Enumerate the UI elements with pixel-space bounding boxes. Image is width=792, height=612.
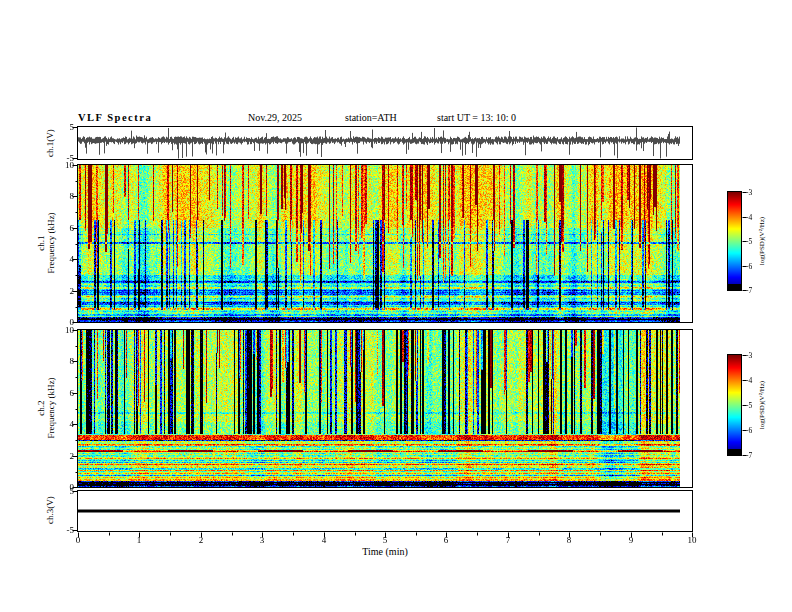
ch1-wave-tick-label: 5 xyxy=(70,122,75,132)
ch2-spec-tick-label: 4 xyxy=(70,419,75,429)
colorbar-1-canvas xyxy=(728,192,741,290)
time-tick-label: 0 xyxy=(76,535,81,545)
colorbar-1-tick-label: -6 xyxy=(746,262,752,271)
colorbar-1 xyxy=(727,191,742,291)
time-tick-label: 7 xyxy=(506,535,511,545)
ch2-spec-ylabel: ch.2 Frequency (kHz) xyxy=(36,377,56,438)
ch1-wave-ylabel: ch.1(V) xyxy=(45,129,55,157)
ch2-spec-tick-label: 2 xyxy=(70,451,75,461)
ch3-tick-label: 5 xyxy=(70,486,75,496)
ch3-ylabel: ch.3(V) xyxy=(45,496,55,524)
colorbar-2-tick-label: -6 xyxy=(746,426,752,435)
colorbar-2 xyxy=(727,354,742,456)
ch2-spectrogram-panel xyxy=(77,329,693,488)
colorbar-2-tick-label: -3 xyxy=(746,351,752,360)
colorbar-1-tick-label: -4 xyxy=(746,213,752,222)
start-ut-label: start UT = 13: 10: 0 xyxy=(437,112,516,123)
colorbar-2-canvas xyxy=(728,355,741,455)
ch1-spec-tick-label: 2 xyxy=(70,286,75,296)
ch1-wave-ylabel-text: ch.1(V) xyxy=(45,129,55,157)
colorbar-1-tick-label: -7 xyxy=(746,286,752,295)
ch1-spec-tick-label: 10 xyxy=(65,160,74,170)
colorbar-2-tick-label: -7 xyxy=(746,451,752,460)
figure-date: Nov.29, 2025 xyxy=(248,112,302,123)
ch1-spec-ylabel-line1: ch.1 xyxy=(36,212,46,273)
time-tick-label: 5 xyxy=(383,535,388,545)
time-tick-label: 8 xyxy=(567,535,572,545)
colorbar-1-label-text: log(PSD)(V²/Hz) xyxy=(757,217,767,265)
time-tick-label: 3 xyxy=(260,535,265,545)
colorbar-1-label: log(PSD)(V²/Hz) xyxy=(757,217,767,265)
time-tick-label: 6 xyxy=(444,535,449,545)
colorbar-1-tick-label: -3 xyxy=(746,188,752,197)
colorbar-2-tick-label: -4 xyxy=(746,376,752,385)
ch1-spec-tick-label: 4 xyxy=(70,254,75,264)
ch3-ylabel-text: ch.3(V) xyxy=(45,496,55,524)
ch1-spec-ylabel-line2: Frequency (kHz) xyxy=(46,212,56,273)
time-tick-label: 2 xyxy=(199,535,204,545)
vlf-spectra-figure: VLF Spectra Nov.29, 2025 station=ATH sta… xyxy=(0,0,792,612)
colorbar-2-tick-label: -5 xyxy=(746,401,752,410)
colorbar-2-label-text: log(PSD)(V²/Hz) xyxy=(757,381,767,429)
ch2-spec-tick-label: 8 xyxy=(70,356,75,366)
ch2-spectrogram-canvas xyxy=(78,330,692,487)
ch2-spec-ylabel-line1: ch.2 xyxy=(36,377,46,438)
figure-title: VLF Spectra xyxy=(78,112,152,123)
time-axis-label: Time (min) xyxy=(362,546,407,557)
ch1-spec-ylabel: ch.1 Frequency (kHz) xyxy=(36,212,56,273)
time-tick-label: 10 xyxy=(688,535,697,545)
colorbar-2-label: log(PSD)(V²/Hz) xyxy=(757,381,767,429)
ch1-waveform-panel xyxy=(77,126,693,160)
time-tick-label: 9 xyxy=(629,535,634,545)
station-label: station=ATH xyxy=(345,112,397,123)
ch3-tick-label: -5 xyxy=(67,525,75,535)
time-tick-label: 4 xyxy=(322,535,327,545)
ch1-spec-tick-label: 6 xyxy=(70,223,75,233)
ch3-waveform-canvas xyxy=(78,491,692,531)
ch1-waveform-canvas xyxy=(78,127,692,159)
time-tick-label: 1 xyxy=(137,535,142,545)
ch1-spec-tick-label: 8 xyxy=(70,191,75,201)
ch2-spec-tick-label: 10 xyxy=(65,325,74,335)
ch2-spec-tick-label: 6 xyxy=(70,388,75,398)
ch3-waveform-panel xyxy=(77,490,693,532)
ch1-spectrogram-canvas xyxy=(78,165,692,322)
ch1-spectrogram-panel xyxy=(77,164,693,323)
colorbar-1-tick-label: -5 xyxy=(746,237,752,246)
ch2-spec-ylabel-line2: Frequency (kHz) xyxy=(46,377,56,438)
